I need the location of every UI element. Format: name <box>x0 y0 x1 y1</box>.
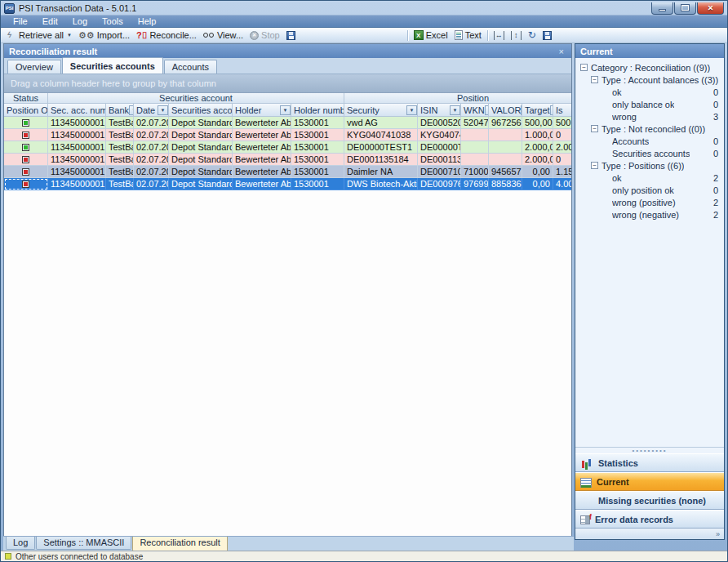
column-header-date[interactable]: Date▼ <box>134 104 169 117</box>
import-button[interactable]: ⚙⚙ Import... <box>75 29 133 42</box>
toolbar: ϟ Retrieve all▼ ⚙⚙ Import... ?⌷ Reconcil… <box>1 28 727 43</box>
tree-node-label: only position ok <box>612 185 674 195</box>
export-excel-button[interactable]: X Excel <box>411 29 451 42</box>
bottom-tab-log[interactable]: Log <box>6 537 35 550</box>
menu-edit[interactable]: Edit <box>35 16 65 27</box>
filter-dropdown-icon[interactable]: ▼ <box>280 105 291 115</box>
fit-height-button[interactable]: ↕ <box>508 29 525 42</box>
title-bar: PSI PSI Transaction Data - 5.01.1 ✕ <box>1 1 727 15</box>
column-header-holder-number[interactable]: Holder number▼ <box>291 104 344 117</box>
tree-node[interactable]: only position ok0 <box>575 184 724 196</box>
window-title: PSI Transaction Data - 5.01.1 <box>19 3 136 13</box>
nav-current[interactable]: Current <box>575 472 724 491</box>
column-header-position-ok[interactable]: Position OK▼ <box>4 104 48 117</box>
table-row[interactable]: 11345000001TestBank02.07.2011Depot Stand… <box>4 166 571 178</box>
nav-missing-securities-none-[interactable]: Missing securities (none) <box>575 491 724 510</box>
maximize-button[interactable] <box>674 2 696 15</box>
cell: TestBank <box>106 178 134 190</box>
menu-help[interactable]: Help <box>131 16 164 27</box>
bottom-tab-reconciliation-result[interactable]: Reconciliation result <box>132 537 227 551</box>
cell: DE0009769976 <box>418 178 461 190</box>
cell: 967256 <box>489 117 522 129</box>
tree-node[interactable]: Accounts0 <box>575 135 724 147</box>
tree-node-count: 0 <box>713 100 718 109</box>
tree-node[interactable]: wrong3 <box>575 110 724 123</box>
reconcile-button[interactable]: ?⌷ Reconcile... <box>133 29 200 42</box>
collapse-icon[interactable]: − <box>591 162 598 169</box>
collapse-icon[interactable]: − <box>591 76 598 83</box>
tree-node[interactable]: ok0 <box>575 86 724 98</box>
tree-node[interactable]: −Type : Positions ((6)) <box>575 159 724 172</box>
cell: 945657 <box>489 166 522 178</box>
close-icon: ✕ <box>708 4 714 12</box>
column-label: Date <box>136 105 155 115</box>
bottom-tab-settings-mmascii[interactable]: Settings :: MMASCII <box>36 537 131 550</box>
column-header-wkn[interactable]: WKN▼ <box>461 104 489 117</box>
tree-node[interactable]: Securities accounts0 <box>575 147 724 159</box>
nav-statistics[interactable]: Statistics <box>575 453 724 472</box>
column-header-valor[interactable]: VALOR▼ <box>489 104 522 117</box>
table-row[interactable]: 11345000001TestBank02.07.2011Depot Stand… <box>4 117 571 129</box>
column-header-is[interactable]: Is▼ <box>553 104 571 117</box>
table-row[interactable]: 11345000001TestBank02.07.2011Depot Stand… <box>4 154 571 166</box>
reconciliation-tree: −Category : Reconciliation ((9))−Type : … <box>575 58 724 447</box>
column-label: Holder number <box>294 105 344 115</box>
save-layout-button[interactable] <box>539 29 555 42</box>
tree-node[interactable]: wrong (positive)2 <box>575 196 724 208</box>
tree-node[interactable]: −Category : Reconciliation ((9)) <box>575 61 724 74</box>
filter-dropdown-icon[interactable]: ▼ <box>406 105 417 115</box>
dropdown-caret-icon[interactable]: ▼ <box>67 33 72 38</box>
column-header-holder[interactable]: Holder▼ <box>233 104 291 117</box>
cell: 02.07.2011 <box>134 178 169 190</box>
column-header-bank[interactable]: Bank▼ <box>106 104 134 117</box>
tree-node-count: 2 <box>713 173 718 183</box>
cell: 11345000001 <box>48 178 106 190</box>
column-header-security[interactable]: Security▼ <box>344 104 418 117</box>
column-header-sec-acc-number[interactable]: Sec. acc. number▼ <box>48 104 106 117</box>
tab-accounts[interactable]: Accounts <box>164 60 217 74</box>
sidebar-splitter[interactable]: ••••••••• <box>575 447 724 453</box>
table-row[interactable]: 11345000001TestBank02.07.2011Depot Stand… <box>4 178 571 190</box>
fit-width-button[interactable]: ↔ <box>491 29 508 42</box>
save-button[interactable] <box>283 29 299 42</box>
tree-node[interactable]: ok2 <box>575 172 724 184</box>
filter-dropdown-icon[interactable]: ▼ <box>450 105 460 115</box>
tab-securities-accounts[interactable]: Securities accounts <box>62 57 163 74</box>
cell <box>461 154 489 166</box>
cell: 1.000,00 <box>522 129 553 141</box>
column-header-isin[interactable]: ISIN▼ <box>418 104 461 117</box>
menu-log[interactable]: Log <box>65 16 95 27</box>
cell: 11345000001 <box>48 141 106 154</box>
cell: Bewerteter Abgleich <box>233 166 291 178</box>
stop-button[interactable]: ✕ Stop <box>246 29 283 42</box>
menu-tools[interactable]: Tools <box>95 16 131 27</box>
tree-node[interactable]: −Type : Not reconciled ((0)) <box>575 123 724 135</box>
tree-node[interactable]: −Type : Account balances ((3)) <box>575 74 724 86</box>
tab-overview[interactable]: Overview <box>7 60 61 74</box>
cell: 02.07.2011 <box>134 166 169 178</box>
cell: Depot Standard <box>169 166 233 178</box>
export-text-button[interactable]: Text <box>451 29 485 42</box>
tree-node-label: Category : Reconciliation ((9)) <box>591 63 710 73</box>
collapse-icon[interactable]: − <box>591 125 598 132</box>
refresh-button[interactable]: ↻ <box>525 29 539 42</box>
tree-node[interactable]: wrong (negative)2 <box>575 208 724 221</box>
view-button[interactable]: View... <box>200 29 246 42</box>
filter-dropdown-icon[interactable]: ▼ <box>158 105 168 115</box>
cell: Bewerteter Abgleich <box>233 154 291 166</box>
close-button[interactable]: ✕ <box>697 2 724 15</box>
chevron-configure-icon[interactable]: » <box>716 530 720 538</box>
result-tabstrip: OverviewSecurities accountsAccounts <box>4 58 571 74</box>
nav-error-data-records[interactable]: Error data records <box>575 510 724 529</box>
menu-file[interactable]: File <box>6 16 35 27</box>
minimize-button[interactable] <box>651 2 673 15</box>
tree-node[interactable]: only balance ok0 <box>575 98 724 110</box>
group-by-bar[interactable]: Drag a column header here to group by th… <box>4 74 571 93</box>
table-row[interactable]: 11345000001TestBank02.07.2011Depot Stand… <box>4 129 571 141</box>
table-row[interactable]: 11345000001TestBank02.07.2011Depot Stand… <box>4 141 571 154</box>
retrieve-all-button[interactable]: ϟ Retrieve all▼ <box>4 29 75 42</box>
column-header-target[interactable]: Target▼ <box>522 104 553 117</box>
collapse-icon[interactable]: − <box>580 64 588 71</box>
column-header-securities-account[interactable]: Securities account▼ <box>169 104 233 117</box>
panel-close-icon[interactable]: × <box>557 47 566 56</box>
